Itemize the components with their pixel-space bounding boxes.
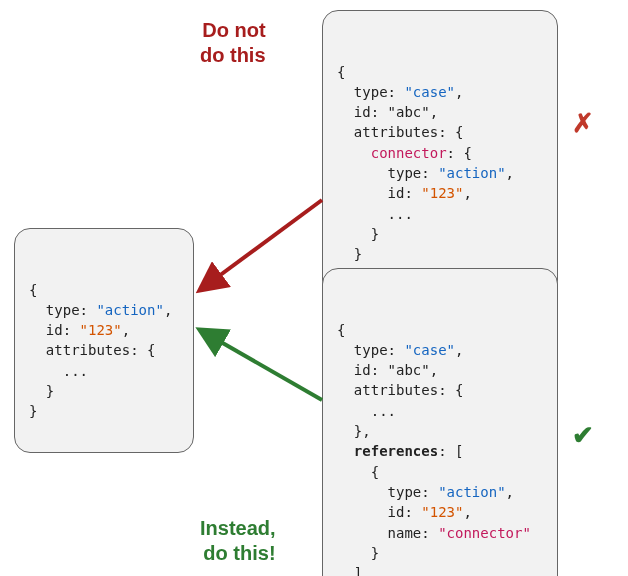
bad-arrow xyxy=(200,200,322,290)
target-code-box: { type: "action", id: "123", attributes:… xyxy=(14,228,194,453)
code-content: { type: "case", id: "abc", attributes: {… xyxy=(337,62,543,285)
good-label: Instead,do this! xyxy=(200,516,276,566)
check-mark-icon: ✔ xyxy=(572,420,594,451)
good-example-code-box: { type: "case", id: "abc", attributes: {… xyxy=(322,268,558,576)
code-content: { type: "action", id: "123", attributes:… xyxy=(29,280,179,422)
good-arrow xyxy=(200,330,322,400)
x-mark-icon: ✗ xyxy=(572,108,594,139)
bad-label: Do notdo this xyxy=(200,18,266,68)
code-content: { type: "case", id: "abc", attributes: {… xyxy=(337,320,543,576)
